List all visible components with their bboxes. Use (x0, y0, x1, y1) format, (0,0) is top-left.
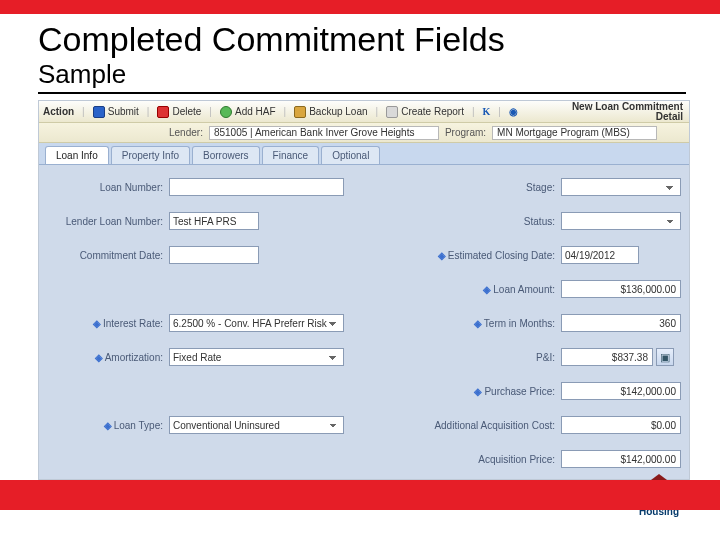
slide-subtitle: Sample (38, 59, 720, 90)
commitment-date-input[interactable] (169, 246, 259, 264)
help-button[interactable]: ◉ (509, 106, 518, 117)
detail-title: New Loan Commitment Detail (572, 102, 683, 122)
tab-borrowers[interactable]: Borrowers (192, 146, 260, 164)
submit-label: Submit (108, 106, 139, 117)
stage-select[interactable] (561, 178, 681, 196)
separator: | (147, 106, 150, 117)
loan-number-input[interactable] (169, 178, 344, 196)
tab-loan-info[interactable]: Loan Info (45, 146, 109, 164)
lender-value: 851005 | American Bank Inver Grove Heigh… (209, 126, 439, 140)
separator: | (209, 106, 212, 117)
est-closing-label: ◈Estimated Closing Date: (344, 250, 561, 261)
est-closing-label-text: Estimated Closing Date: (448, 250, 555, 261)
term-label-text: Term in Months: (484, 318, 555, 329)
detail-title-line2: Detail (572, 112, 683, 122)
term-label: ◈Term in Months: (344, 318, 561, 329)
separator: | (498, 106, 501, 117)
loan-amount-input[interactable] (561, 280, 681, 298)
help-icon: ◉ (509, 106, 518, 117)
delete-icon (157, 106, 169, 118)
row-loan-number: Loan Number: Stage: (47, 175, 681, 199)
purchase-price-label: ◈Purchase Price: (344, 386, 561, 397)
tab-strip: Loan Info Property Info Borrowers Financ… (39, 143, 689, 165)
row-lender-loan-number: Lender Loan Number: Status: (47, 209, 681, 233)
est-closing-input[interactable] (561, 246, 639, 264)
loan-type-label: ◈Loan Type: (47, 420, 169, 431)
add-acq-cost-input[interactable] (561, 416, 681, 434)
form-area: Loan Number: Stage: Lender Loan Number: … (39, 165, 689, 479)
interest-rate-label-text: Interest Rate: (103, 318, 163, 329)
status-select[interactable] (561, 212, 681, 230)
commitment-date-label: Commitment Date: (47, 250, 169, 261)
acq-price-input[interactable] (561, 450, 681, 468)
program-value: MN Mortgage Program (MBS) (492, 126, 657, 140)
tab-finance[interactable]: Finance (262, 146, 320, 164)
lender-loan-number-label: Lender Loan Number: (47, 216, 169, 227)
amortization-label-text: Amortization: (105, 352, 163, 363)
app-shell: Action | Submit | Delete | Add HAF | Bac… (38, 100, 690, 480)
add-icon (220, 106, 232, 118)
purchase-price-label-text: Purchase Price: (484, 386, 555, 397)
amortization-label: ◈Amortization: (47, 352, 169, 363)
nav-k-button[interactable]: K (483, 106, 491, 117)
pi-calc-button[interactable]: ▣ (656, 348, 674, 366)
add-haf-label: Add HAF (235, 106, 276, 117)
delete-label: Delete (172, 106, 201, 117)
loan-number-label: Loan Number: (47, 182, 169, 193)
interest-rate-select[interactable]: 6.2500 % - Conv. HFA Preferr Risk S (169, 314, 344, 332)
loan-type-label-text: Loan Type: (114, 420, 163, 431)
add-haf-button[interactable]: Add HAF (220, 106, 276, 118)
title-underline (38, 92, 686, 94)
pi-input[interactable] (561, 348, 653, 366)
submit-button[interactable]: Submit (93, 106, 139, 118)
backup-label: Backup Loan (309, 106, 367, 117)
separator: | (376, 106, 379, 117)
action-label: Action (43, 106, 74, 117)
backup-loan-button[interactable]: Backup Loan (294, 106, 367, 118)
loan-type-select[interactable]: Conventional Uninsured (169, 416, 344, 434)
loan-amount-label-text: Loan Amount: (493, 284, 555, 295)
tab-optional[interactable]: Optional (321, 146, 380, 164)
row-purchase-price: ◈Purchase Price: (47, 379, 681, 403)
program-label: Program: (445, 127, 486, 138)
stage-label: Stage: (344, 182, 561, 193)
report-label: Create Report (401, 106, 464, 117)
delete-button[interactable]: Delete (157, 106, 201, 118)
row-commitment-date: Commitment Date: ◈Estimated Closing Date… (47, 243, 681, 267)
top-red-bar (0, 0, 720, 14)
row-loan-amount: ◈Loan Amount: (47, 277, 681, 301)
row-amortization: ◈Amortization: Fixed Rate P&I: ▣ (47, 345, 681, 369)
create-report-button[interactable]: Create Report (386, 106, 464, 118)
separator: | (472, 106, 475, 117)
term-input[interactable] (561, 314, 681, 332)
backup-icon (294, 106, 306, 118)
acq-price-label: Acquisition Price: (344, 454, 561, 465)
k-icon: K (483, 106, 491, 117)
interest-rate-label: ◈Interest Rate: (47, 318, 169, 329)
lender-label: Lender: (169, 127, 203, 138)
purchase-price-input[interactable] (561, 382, 681, 400)
status-label: Status: (344, 216, 561, 227)
add-acq-cost-label: Additional Acquisition Cost: (344, 420, 561, 431)
save-icon (93, 106, 105, 118)
info-bar: Lender: 851005 | American Bank Inver Gro… (39, 123, 689, 143)
amortization-select[interactable]: Fixed Rate (169, 348, 344, 366)
separator: | (284, 106, 287, 117)
report-icon (386, 106, 398, 118)
tab-property-info[interactable]: Property Info (111, 146, 190, 164)
lender-loan-number-input[interactable] (169, 212, 259, 230)
row-acq-price: Acquisition Price: (47, 447, 681, 471)
separator: | (82, 106, 85, 117)
action-menu[interactable]: Action (43, 106, 74, 117)
toolbar: Action | Submit | Delete | Add HAF | Bac… (39, 101, 689, 123)
pi-label: P&I: (344, 352, 561, 363)
row-loan-type: ◈Loan Type: Conventional Uninsured Addit… (47, 413, 681, 437)
loan-amount-label: ◈Loan Amount: (344, 284, 561, 295)
footer-bar (0, 480, 720, 510)
row-interest-rate: ◈Interest Rate: 6.2500 % - Conv. HFA Pre… (47, 311, 681, 335)
slide-title: Completed Commitment Fields (38, 20, 720, 59)
